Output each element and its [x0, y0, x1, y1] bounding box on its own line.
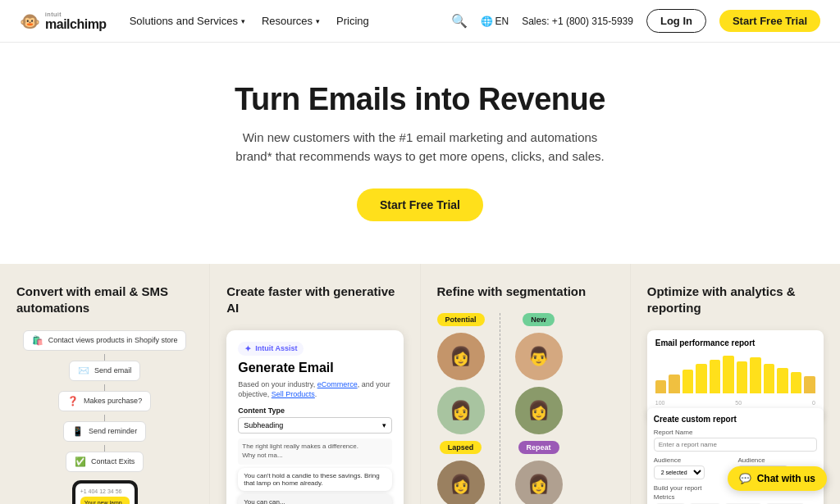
- chart-bar: [764, 364, 775, 393]
- language-selector[interactable]: 🌐 EN: [481, 16, 509, 27]
- content-type-label: Content Type: [238, 406, 391, 415]
- brand-text: intuit mailchimp: [45, 11, 107, 31]
- email-icon: ✉️: [78, 366, 89, 376]
- nav-pricing[interactable]: Pricing: [336, 15, 369, 27]
- start-trial-nav-button[interactable]: Start Free Trial: [719, 10, 820, 32]
- flow-step-4: 📱 Send reminder: [63, 421, 146, 442]
- ecommerce-link[interactable]: eCommerce: [317, 380, 358, 388]
- login-button[interactable]: Log In: [646, 9, 706, 33]
- phone-icon: 📱: [72, 426, 84, 437]
- mailchimp-text: mailchimp: [45, 18, 107, 31]
- chat-widget[interactable]: 💬 Chat with us: [728, 466, 827, 491]
- seg-col-right: New 👨 👩 Repeat 👩: [515, 313, 563, 504]
- chart-bar: [737, 361, 748, 393]
- nav-resources[interactable]: Resources ▾: [262, 15, 320, 27]
- chat-icon: 💬: [739, 473, 751, 484]
- mailchimp-icon: 🐵: [20, 13, 40, 30]
- sales-phone: Sales: +1 (800) 315-5939: [522, 16, 633, 27]
- phone-screen: +1 404 12 34 56 Your new lamp is leaving…: [75, 484, 135, 505]
- logo[interactable]: 🐵 intuit mailchimp: [20, 11, 107, 31]
- bar-chart: [655, 352, 815, 393]
- audience-label-1: Audience: [654, 456, 733, 464]
- report-title: Email performance report: [655, 338, 815, 347]
- chart-bar: [655, 380, 667, 393]
- sms-message: Your new lamp is leaving. You've qualifi…: [80, 497, 130, 505]
- chart-bar: [723, 356, 734, 393]
- custom-report-title: Create custom report: [654, 415, 817, 424]
- hero-section: Turn Emails into Revenue Win new custome…: [0, 43, 840, 264]
- question-icon: ❓: [67, 396, 79, 406]
- audience-label-2: Audience: [737, 456, 817, 464]
- avatar-4: 👨: [515, 333, 563, 380]
- flow-step-3-label: Makes purchase?: [84, 397, 142, 405]
- chevron-down-icon: ▾: [241, 17, 245, 25]
- report-name-label: Report Name: [654, 429, 817, 436]
- search-icon[interactable]: 🔍: [451, 13, 468, 29]
- segmentation-diagram: Potential 👩 👩 Lapsed 👩 New 👨 👩 Repeat 👩: [437, 313, 614, 504]
- flow-line-2: [104, 384, 105, 391]
- chart-bar: [669, 375, 680, 393]
- globe-icon: 🌐: [481, 16, 493, 27]
- nav-right: 🔍 🌐 EN Sales: +1 (800) 315-5939 Log In S…: [451, 9, 820, 33]
- ai-dialog: ✦ Intuit Assist Generate Email Based on …: [226, 330, 403, 505]
- seg-col-left: Potential 👩 👩 Lapsed 👩: [437, 313, 485, 504]
- lapsed-tag: Lapsed: [440, 441, 482, 454]
- hero-subtext: Win new customers with the #1 email mark…: [223, 129, 617, 166]
- avatar-6: 👩: [515, 461, 563, 504]
- automation-diagram: 🛍️ Contact views products in Shopify sto…: [16, 330, 193, 505]
- nav-links: Solutions and Services ▾ Resources ▾ Pri…: [130, 15, 369, 27]
- avatar-5: 👩: [515, 387, 563, 434]
- new-tag: New: [523, 313, 555, 326]
- ai-generated-text: The right light really makes a differenc…: [238, 438, 391, 465]
- avatar-2: 👩: [437, 387, 485, 434]
- phone-mockup: +1 404 12 34 56 Your new lamp is leaving…: [72, 480, 138, 505]
- avatar-1: 👩: [437, 333, 485, 380]
- flow-line-4: [104, 445, 105, 452]
- flow-line-3: [104, 415, 105, 421]
- chart-bar: [804, 376, 815, 393]
- features-section: Convert with email & SMS automations 🛍️ …: [0, 264, 840, 504]
- flow-line: [104, 354, 105, 361]
- phone-mockup-area: +1 404 12 34 56 Your new lamp is leaving…: [16, 480, 193, 505]
- exit-icon: ✅: [75, 456, 86, 467]
- sell-products-link[interactable]: Sell Products: [272, 390, 315, 398]
- ai-dialog-title: Generate Email: [238, 361, 391, 375]
- flow-step-3: ❓ Makes purchase?: [58, 391, 151, 411]
- avatar-3: 👩: [437, 461, 485, 504]
- nav-solutions[interactable]: Solutions and Services ▾: [130, 15, 245, 27]
- feature-automations-title: Convert with email & SMS automations: [16, 284, 193, 317]
- chart-labels: 100 50 0: [655, 400, 815, 406]
- flow-step-1-label: Contact views products in Shopify store: [48, 336, 178, 344]
- chart-bar: [696, 364, 707, 393]
- analytics-inner: Email performance report 100 50 0: [647, 330, 824, 420]
- seg-divider: [500, 313, 500, 504]
- chart-bar: [710, 360, 721, 393]
- audience-select-1[interactable]: 2 selected: [654, 465, 705, 479]
- speech-bubble-1: You can't hold a candle to these savings…: [238, 468, 391, 491]
- start-trial-hero-button[interactable]: Start Free Trial: [357, 188, 483, 221]
- speech-bubble-2: You can can...: [238, 494, 391, 504]
- chevron-down-icon: ▾: [316, 17, 320, 25]
- flow-step-2-label: Send email: [94, 366, 131, 375]
- hero-heading: Turn Emails into Revenue: [16, 82, 824, 117]
- feature-ai-title: Create faster with generative AI: [226, 284, 403, 317]
- feature-seg-title: Refine with segmentation: [437, 284, 614, 300]
- report-name-input[interactable]: [654, 438, 817, 452]
- chart-bar: [777, 368, 788, 393]
- flow-step-5: ✅ Contact Exits: [66, 452, 144, 472]
- repeat-tag: Repeat: [518, 441, 559, 454]
- navigation: 🐵 intuit mailchimp Solutions and Service…: [0, 0, 840, 43]
- flow-step-5-label: Contact Exits: [91, 457, 135, 465]
- chart-bar: [682, 370, 694, 393]
- chart-bar: [750, 357, 761, 393]
- shopify-icon: 🛍️: [32, 335, 43, 346]
- flow-step-2: ✉️ Send email: [69, 361, 140, 381]
- intuit-assist-badge: ✦ Intuit Assist: [238, 342, 304, 356]
- content-type-select[interactable]: Subheading ▾: [238, 417, 391, 434]
- feature-segmentation: Refine with segmentation Potential 👩 👩 L…: [421, 264, 630, 504]
- feature-automations: Convert with email & SMS automations 🛍️ …: [0, 264, 209, 504]
- feature-ai: Create faster with generative AI ✦ Intui…: [210, 264, 419, 504]
- flow-step-4-label: Send reminder: [89, 427, 137, 435]
- feature-analytics-title: Optimize with analytics & reporting: [647, 284, 824, 317]
- potential-tag: Potential: [437, 313, 485, 326]
